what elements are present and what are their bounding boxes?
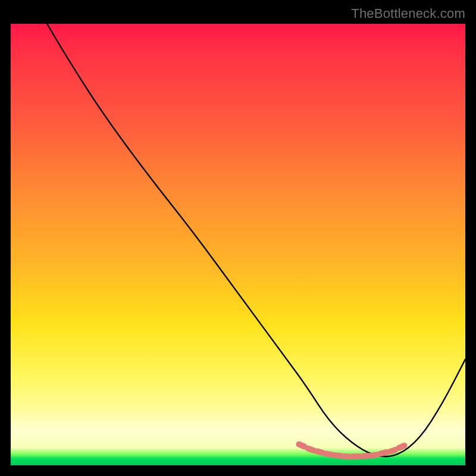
bottleneck-curve (47, 24, 465, 456)
chart-svg (11, 24, 465, 465)
chart-container: TheBottleneck.com (0, 0, 476, 476)
plot-area (11, 24, 465, 465)
highlight-markers (295, 440, 408, 460)
credit-text: TheBottleneck.com (351, 6, 465, 21)
